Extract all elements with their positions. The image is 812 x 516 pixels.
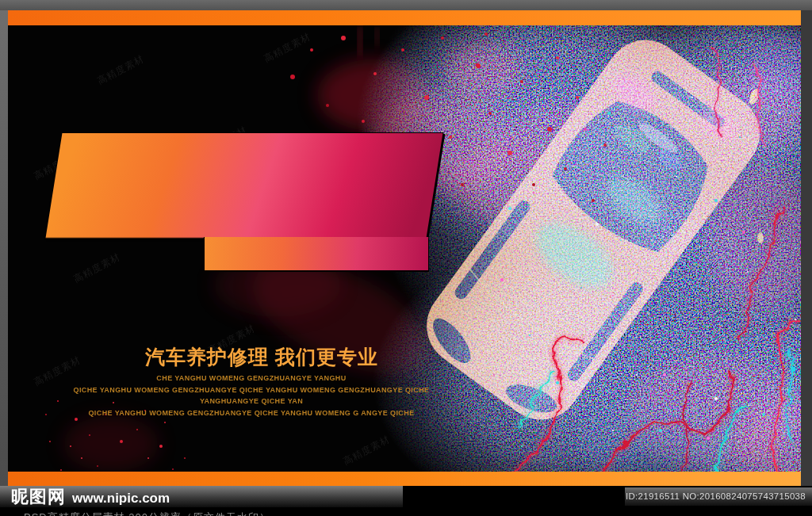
frame-strip-right xyxy=(801,10,812,486)
poster-title-en: CAR BEAUTY xyxy=(205,237,428,270)
site-identity: 昵图网 www.nipic.com xyxy=(11,485,170,509)
image-id-text: ID:21916511 NO:20160824075743715038 xyxy=(626,491,806,501)
site-logo: 昵图网 xyxy=(11,485,66,509)
top-orange-bar xyxy=(8,10,801,25)
poster-subtitle: 汽车养护修理 我们更专业 xyxy=(145,344,378,370)
fineprint-line: QICHE YANGHU WOMENG GENGZHUANGYE QICHE Y… xyxy=(45,384,458,407)
fineprint-line: QICHE YANGHU WOMENG GENGZHUANGYE QICHE Y… xyxy=(45,407,458,419)
fineprint-line: CHE YANGHU WOMENG GENGZHUANGYE YANGHU xyxy=(45,373,458,384)
bottom-orange-bar xyxy=(8,472,801,486)
poster-page: 高精度素材 高精度素材 高精度素材 高精度素材 高精度素材 高精度素材 高精度素… xyxy=(0,0,812,516)
bottom-note-text: PSD高精度分层素材 300分辨率（原文件无水印） xyxy=(24,510,270,516)
site-url: www.nipic.com xyxy=(72,491,170,506)
frame-strip-top xyxy=(0,0,812,10)
fineprint-block: CHE YANGHU WOMENG GENGZHUANGYE YANGHU QI… xyxy=(45,373,458,419)
frame-strip-left xyxy=(0,10,8,486)
poster-title-cn: 汽车美容 xyxy=(46,133,443,238)
